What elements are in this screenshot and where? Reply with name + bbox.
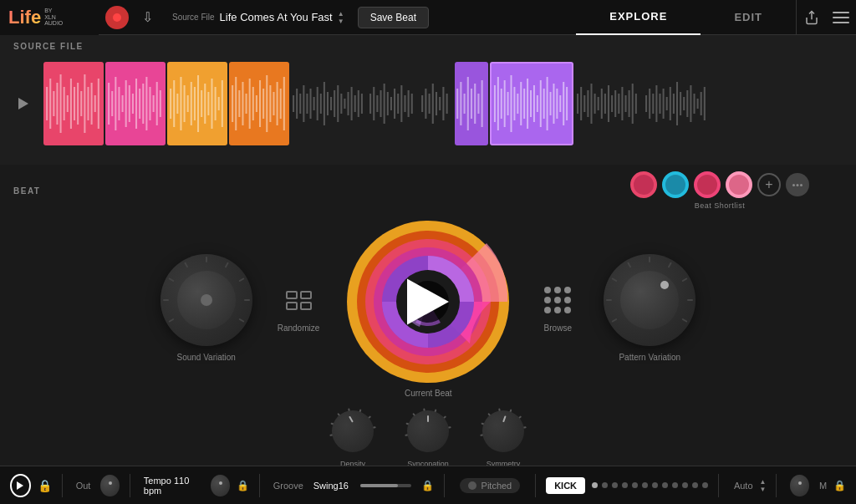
beat-segment-purple-big[interactable] (490, 62, 573, 145)
beat-segment-wave4 (575, 62, 642, 145)
seq-dot-12[interactable] (702, 482, 708, 488)
svg-rect-155 (621, 87, 623, 120)
svg-rect-17 (87, 87, 89, 120)
svg-rect-32 (145, 77, 147, 130)
beat-segment-2[interactable] (105, 62, 166, 145)
svg-rect-125 (513, 87, 515, 120)
svg-rect-143 (580, 87, 582, 120)
seq-dot-5[interactable] (632, 482, 638, 488)
right-lock-icon[interactable]: 🔒 (833, 480, 846, 491)
svg-rect-147 (594, 94, 596, 114)
logo-area: Life BY XLN AUDIO (0, 0, 99, 35)
shortlist-item-4[interactable] (726, 171, 752, 198)
seq-dot-6[interactable] (642, 482, 648, 488)
pitched-label: Pitched (482, 481, 512, 491)
shortlist-item-2[interactable] (662, 171, 689, 198)
seq-dot-1[interactable] (592, 482, 598, 488)
svg-rect-44 (194, 87, 196, 120)
svg-rect-7 (53, 91, 54, 116)
svg-rect-148 (598, 97, 599, 110)
svg-rect-6 (49, 79, 51, 129)
beat-segment-1[interactable] (43, 62, 104, 145)
seq-dot-4[interactable] (622, 482, 628, 488)
seq-dot-10[interactable] (682, 482, 688, 488)
out-knob[interactable] (100, 475, 120, 496)
density-knob[interactable] (332, 410, 374, 452)
svg-marker-4 (18, 98, 28, 109)
syncopation-knob-container (403, 406, 453, 456)
tempo-lock-icon[interactable]: 🔒 (237, 480, 249, 491)
source-file-arrows[interactable]: ▲ ▼ (338, 10, 344, 25)
share-button[interactable] (796, 0, 826, 35)
seq-dot-7[interactable] (652, 482, 658, 488)
groove-slider[interactable] (360, 484, 411, 487)
waveform-container (13, 58, 843, 150)
tempo-knob[interactable] (211, 475, 230, 496)
beat-segment-3[interactable] (167, 62, 227, 145)
shortlist-more-button[interactable] (786, 173, 809, 196)
pitched-toggle[interactable]: Pitched (460, 478, 521, 493)
tab-explore[interactable]: EXPLORE (576, 0, 701, 35)
beat-circle[interactable] (344, 218, 512, 385)
save-beat-button[interactable]: Save Beat (358, 7, 429, 28)
svg-rect-101 (408, 90, 410, 117)
tab-edit[interactable]: EDIT (701, 0, 796, 35)
logo-life: Life (8, 7, 41, 28)
beat-section-label: BEAT (13, 186, 40, 196)
shortlist-item-3[interactable] (694, 171, 721, 198)
svg-rect-54 (235, 77, 237, 130)
download-button[interactable]: ⇩ (135, 6, 159, 29)
record-button[interactable] (105, 6, 129, 29)
svg-rect-173 (690, 85, 691, 122)
svg-rect-56 (242, 82, 243, 125)
svg-rect-165 (663, 89, 665, 119)
out-knob-dot (109, 481, 112, 485)
beat-shortlist-area: + Beat Shortlist (630, 171, 809, 210)
kick-button[interactable]: KICK (546, 477, 585, 494)
m-button[interactable]: M (819, 481, 827, 491)
add-shortlist-button[interactable]: + (757, 173, 781, 196)
beat-segment-purple-small[interactable] (455, 62, 488, 145)
play-button-bottom[interactable] (10, 474, 31, 497)
density-knob-container (328, 406, 378, 456)
rsq2 (300, 291, 312, 299)
center-beat: Current Beat (344, 218, 512, 398)
beat-play-button[interactable] (407, 281, 449, 323)
seq-dot-8[interactable] (662, 482, 668, 488)
play-source-button[interactable] (13, 94, 33, 114)
svg-rect-47 (204, 84, 206, 124)
svg-rect-129 (527, 79, 528, 129)
seq-dot-9[interactable] (672, 482, 678, 488)
svg-rect-99 (400, 85, 402, 122)
svg-rect-97 (394, 89, 395, 119)
volume-knob-dot (798, 481, 802, 485)
separator-5 (535, 474, 536, 497)
groove-lock-icon[interactable]: 🔒 (421, 480, 434, 491)
seq-dot-2[interactable] (602, 482, 608, 488)
sound-variation-knob[interactable] (160, 254, 252, 346)
beat-segment-4[interactable] (229, 62, 289, 145)
pattern-variation-knob[interactable] (604, 254, 696, 346)
menu-button[interactable] (826, 0, 856, 35)
browse-button[interactable] (537, 283, 578, 317)
svg-rect-114 (467, 77, 469, 130)
svg-rect-16 (84, 74, 85, 133)
svg-rect-176 (701, 92, 702, 115)
syncopation-knob[interactable] (407, 410, 449, 452)
rsq3 (286, 302, 298, 310)
randomize-button[interactable] (278, 283, 319, 317)
volume-knob-bottom[interactable] (790, 475, 809, 496)
auto-arrows[interactable]: ▲ ▼ (760, 478, 767, 493)
svg-rect-43 (191, 82, 192, 125)
svg-rect-76 (317, 87, 318, 120)
seq-dot-11[interactable] (692, 482, 698, 488)
tempo-display: Tempo 110 bpm (144, 476, 201, 496)
symmetry-knob[interactable] (482, 410, 524, 452)
svg-rect-160 (645, 95, 647, 112)
svg-rect-55 (238, 90, 240, 117)
svg-rect-61 (259, 80, 261, 127)
lock-icon-bottom[interactable]: 🔒 (38, 479, 52, 492)
shortlist-item-1[interactable] (630, 171, 657, 198)
seq-dot-3[interactable] (612, 482, 618, 488)
svg-rect-199 (612, 277, 618, 282)
